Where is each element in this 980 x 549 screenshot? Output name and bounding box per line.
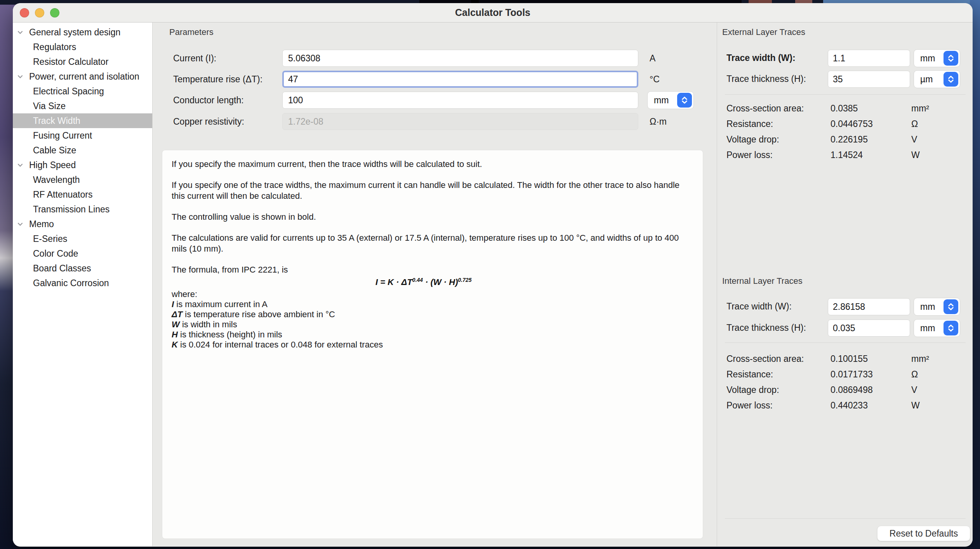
internal-trace-width-label: Trace width (W):: [726, 301, 792, 312]
divider: [725, 518, 966, 519]
result-row: Voltage drop: 0.226195 V: [717, 131, 973, 147]
window-title: Calculator Tools: [455, 7, 530, 18]
help-paragraph: If you specify the maximum current, then…: [172, 159, 688, 170]
copper-resistivity-label: Copper resistivity:: [173, 116, 244, 127]
legend-line: ΔT is temperature rise above ambient in …: [172, 309, 693, 320]
help-paragraph: The calculations are valid for currents …: [172, 233, 688, 254]
result-row: Power loss: 0.440233 W: [717, 397, 973, 413]
tree-item-e-series[interactable]: E-Series: [13, 231, 152, 246]
current-unit: A: [650, 53, 655, 64]
copper-resistivity-unit: Ω·m: [650, 116, 667, 127]
current-label: Current (I):: [173, 53, 216, 64]
external-trace-width-input[interactable]: [828, 50, 910, 67]
legend-line: I is maximum current in A: [172, 299, 693, 309]
conductor-length-unit-select[interactable]: mm: [647, 91, 694, 109]
chevron-down-icon[interactable]: [16, 161, 24, 169]
stepper-icon[interactable]: [944, 51, 958, 66]
parameters-panel: Parameters Current (I): A Temperature ri…: [153, 23, 717, 546]
copper-resistivity-input: [282, 113, 638, 130]
external-trace-thickness-label: Trace thickness (H):: [726, 74, 806, 84]
maximize-button[interactable]: [50, 8, 59, 17]
minimize-button[interactable]: [35, 8, 44, 17]
tree-item-regulators[interactable]: Regulators: [13, 40, 152, 54]
window-content: General system design Regulators Resisto…: [13, 23, 973, 546]
sidebar-tree: General system design Regulators Resisto…: [13, 23, 153, 546]
titlebar: Calculator Tools: [13, 3, 973, 23]
temperature-rise-label: Temperature rise (ΔT):: [173, 74, 262, 85]
legend-line: W is width in mils: [172, 320, 693, 330]
tree-item-high-speed[interactable]: High Speed: [13, 158, 152, 172]
tree-item-galvanic-corrosion[interactable]: Galvanic Corrosion: [13, 276, 152, 290]
tree-item-track-width[interactable]: Track Width: [13, 113, 152, 128]
tree-item-rf-attenuators[interactable]: RF Attenuators: [13, 187, 152, 202]
result-row: Cross-section area: 0.100155 mm²: [717, 351, 973, 366]
temperature-rise-input[interactable]: [282, 71, 638, 88]
legend-line: H is thickness (height) in mils: [172, 330, 693, 340]
conductor-length-label: Conductor length:: [173, 95, 244, 106]
result-row: Resistance: 0.0171733 Ω: [717, 366, 973, 382]
stepper-icon[interactable]: [944, 299, 958, 314]
formula-legend: where: I is maximum current in A ΔT is t…: [172, 289, 693, 350]
tree-item-memo[interactable]: Memo: [13, 217, 152, 231]
tree-item-resistor-calculator[interactable]: Resistor Calculator: [13, 54, 152, 69]
external-trace-width-unit-select[interactable]: mm: [914, 49, 960, 67]
divider: [725, 342, 966, 343]
traffic-lights: [20, 8, 59, 17]
chevron-down-icon[interactable]: [16, 220, 24, 228]
parameters-section-title: Parameters: [169, 27, 214, 37]
stepper-icon[interactable]: [944, 321, 958, 335]
chevron-down-icon[interactable]: [16, 28, 24, 36]
result-row: Resistance: 0.0446753 Ω: [717, 116, 973, 131]
tree-item-color-code[interactable]: Color Code: [13, 246, 152, 261]
tree-item-fusing-current[interactable]: Fusing Current: [13, 128, 152, 143]
where-label: where:: [172, 289, 693, 299]
external-trace-thickness-unit-select[interactable]: µm: [914, 70, 960, 88]
internal-trace-thickness-unit-select[interactable]: mm: [914, 319, 960, 337]
stepper-icon[interactable]: [944, 72, 958, 87]
internal-trace-width-input[interactable]: [828, 298, 910, 315]
calculator-tools-window: Calculator Tools General system design R…: [13, 3, 973, 547]
result-row: Cross-section area: 0.0385 mm²: [717, 100, 973, 116]
tree-item-via-size[interactable]: Via Size: [13, 99, 152, 113]
tree-item-transmission-lines[interactable]: Transmission Lines: [13, 202, 152, 217]
stepper-icon[interactable]: [677, 93, 692, 108]
formula-intro: The formula, from IPC 2221, is: [172, 264, 688, 275]
formula-line: I = K · ΔT0.44 · (W · H)0.725: [172, 277, 693, 288]
internal-trace-width-unit-select[interactable]: mm: [914, 298, 960, 316]
internal-trace-thickness-input[interactable]: [828, 320, 910, 337]
desktop: Calculator Tools General system design R…: [0, 0, 980, 549]
external-results: Cross-section area: 0.0385 mm² Resistanc…: [717, 100, 973, 162]
internal-trace-thickness-label: Trace thickness (H):: [726, 323, 806, 333]
ipc2221-formula: I = K · ΔT0.44 · (W · H)0.725: [375, 277, 472, 287]
close-button[interactable]: [20, 8, 29, 17]
result-row: Voltage drop: 0.0869498 V: [717, 382, 973, 397]
legend-line: K is 0.024 for internal traces or 0.048 …: [172, 340, 693, 350]
reset-to-defaults-button[interactable]: Reset to Defaults: [877, 526, 970, 541]
help-paragraph: If you specify one of the trace widths, …: [172, 180, 688, 202]
divider: [725, 94, 966, 95]
tree-item-general-system-design[interactable]: General system design: [13, 25, 152, 40]
chevron-down-icon[interactable]: [16, 72, 24, 81]
result-row: Power loss: 1.14524 W: [717, 147, 973, 162]
tree-item-wavelength[interactable]: Wavelength: [13, 172, 152, 187]
external-trace-thickness-input[interactable]: [828, 71, 910, 88]
tree-item-electrical-spacing[interactable]: Electrical Spacing: [13, 84, 152, 99]
temperature-rise-unit: °C: [650, 74, 660, 85]
help-paragraph: The controlling value is shown in bold.: [172, 212, 688, 222]
tree-item-power-current-isolation[interactable]: Power, current and isolation: [13, 69, 152, 84]
external-traces-title: External Layer Traces: [722, 27, 805, 37]
conductor-length-input[interactable]: [282, 92, 638, 109]
external-trace-width-label: Trace width (W):: [726, 53, 796, 63]
current-input[interactable]: [282, 50, 638, 67]
tree-item-board-classes[interactable]: Board Classes: [13, 261, 152, 276]
internal-traces-title: Internal Layer Traces: [722, 276, 803, 286]
help-text-panel: If you specify the maximum current, then…: [162, 150, 703, 539]
internal-results: Cross-section area: 0.100155 mm² Resista…: [717, 351, 973, 413]
traces-panel: External Layer Traces Trace width (W): m…: [717, 23, 973, 546]
tree-item-cable-size[interactable]: Cable Size: [13, 143, 152, 158]
